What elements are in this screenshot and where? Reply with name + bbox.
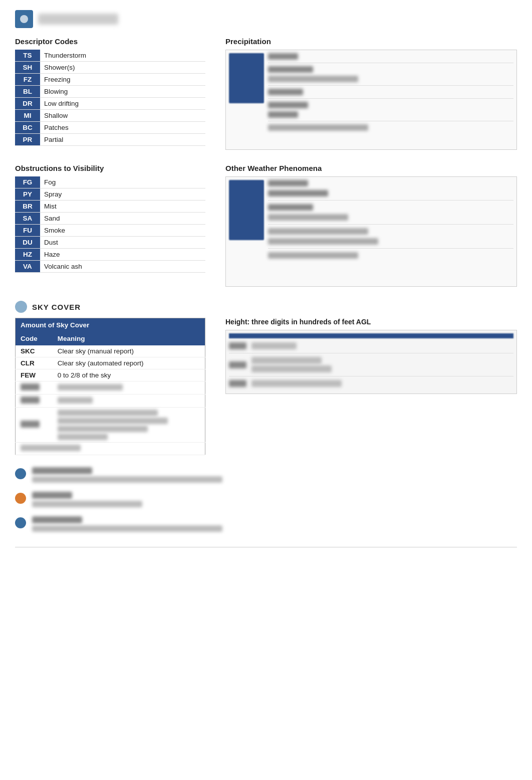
meaning-cell: Volcanic ash <box>40 261 205 273</box>
sky-cover-right: Height: three digits in hundreds of feet… <box>225 318 517 455</box>
note-title-blurred-2 <box>32 492 72 499</box>
table-row: PY Spray <box>15 188 205 201</box>
code-cell: PY <box>15 188 40 201</box>
header <box>15 10 517 28</box>
height-content <box>225 330 517 394</box>
descriptor-codes-title: Descriptor Codes <box>15 37 205 46</box>
code-cell: HZ <box>15 249 40 261</box>
meaning-cell: Freezing <box>40 74 205 86</box>
sky-table-header-row: Amount of Sky Cover <box>16 318 205 332</box>
sky-code-cell-blurred <box>16 381 53 395</box>
note-text-3 <box>32 516 222 532</box>
other-weather-content <box>225 176 517 287</box>
sky-cover-table: Amount of Sky Cover Code Meaning SKC Cle… <box>15 318 205 455</box>
sky-meaning-cell: Clear sky (automated report) <box>53 357 205 369</box>
obstructions-section: Obstructions to Visibility FG Fog PY Spr… <box>15 164 205 287</box>
code-cell: SA <box>15 213 40 225</box>
note-item-3 <box>15 516 517 532</box>
code-cell: FG <box>15 176 40 188</box>
sky-cover-content: Amount of Sky Cover Code Meaning SKC Cle… <box>15 318 517 455</box>
note-item-1 <box>15 467 517 483</box>
table-row-blurred <box>16 443 205 455</box>
meaning-cell: Fog <box>40 176 205 188</box>
sky-meaning-cell-blurred <box>53 408 205 443</box>
code-cell: DU <box>15 237 40 249</box>
table-row: DR Low drifting <box>15 98 205 110</box>
descriptor-codes-section: Descriptor Codes TS Thunderstorm SH Show… <box>15 37 205 150</box>
meaning-cell: Partial <box>40 134 205 146</box>
meaning-cell: Shallow <box>40 110 205 122</box>
meaning-cell: Low drifting <box>40 98 205 110</box>
note-body-blurred <box>32 476 222 483</box>
code-cell: TS <box>15 50 40 62</box>
footer-divider <box>15 547 517 547</box>
table-row: BC Patches <box>15 122 205 134</box>
note-text-1 <box>32 467 222 483</box>
bottom-notes <box>15 467 517 532</box>
row-descriptor-precipitation: Descriptor Codes TS Thunderstorm SH Show… <box>15 37 517 150</box>
table-row-blurred <box>16 381 205 395</box>
meaning-cell: Shower(s) <box>40 62 205 74</box>
table-row-blurred <box>16 408 205 443</box>
sky-cover-title: SKY COVER <box>32 303 81 311</box>
precipitation-title: Precipitation <box>225 37 517 46</box>
meaning-cell: Patches <box>40 122 205 134</box>
table-row: BR Mist <box>15 201 205 213</box>
code-cell: BC <box>15 122 40 134</box>
note-icon-blue <box>15 468 26 479</box>
sky-cover-left: Amount of Sky Cover Code Meaning SKC Cle… <box>15 318 205 455</box>
meaning-cell: Smoke <box>40 225 205 237</box>
sky-meaning-cell-blurred <box>53 381 205 395</box>
app-title <box>38 14 118 25</box>
obstructions-table: FG Fog PY Spray BR Mist SA Sand FU Smo <box>15 176 205 273</box>
code-cell: VA <box>15 261 40 273</box>
meaning-cell: Sand <box>40 213 205 225</box>
meaning-cell: Blowing <box>40 86 205 98</box>
height-row <box>229 341 513 350</box>
sky-meaning-cell: Clear sky (manual report) <box>53 345 205 357</box>
svg-point-0 <box>20 15 28 23</box>
sky-code-cell: SKC <box>16 345 53 357</box>
descriptor-codes-table: TS Thunderstorm SH Shower(s) FZ Freezing… <box>15 50 205 146</box>
sky-table-subheader-row: Code Meaning <box>16 332 205 345</box>
table-row: SA Sand <box>15 213 205 225</box>
note-title-blurred-3 <box>32 516 82 523</box>
code-cell: FU <box>15 225 40 237</box>
code-cell: FZ <box>15 74 40 86</box>
col-code-header: Code <box>16 332 53 345</box>
other-weather-section: Other Weather Phenomena <box>225 164 517 287</box>
row-obstructions-other: Obstructions to Visibility FG Fog PY Spr… <box>15 164 517 287</box>
app-icon <box>15 10 33 28</box>
sky-cover-header: SKY COVER <box>15 301 517 313</box>
sky-meaning-cell: 0 to 2/8 of the sky <box>53 369 205 381</box>
height-section-title: Height: three digits in hundreds of feet… <box>225 318 517 326</box>
precipitation-content <box>225 50 517 150</box>
table-row: BL Blowing <box>15 86 205 98</box>
sky-cover-section: SKY COVER Amount of Sky Cover Code Meani… <box>15 301 517 455</box>
code-cell: PR <box>15 134 40 146</box>
table-row: SH Shower(s) <box>15 62 205 74</box>
code-cell: BR <box>15 201 40 213</box>
height-row <box>229 379 513 388</box>
table-row: FU Smoke <box>15 225 205 237</box>
note-icon-blue-2 <box>15 517 26 528</box>
note-item-2 <box>15 492 517 507</box>
sky-cover-icon <box>15 301 27 313</box>
sky-code-cell: CLR <box>16 357 53 369</box>
table-row: VA Volcanic ash <box>15 261 205 273</box>
table-row: PR Partial <box>15 134 205 146</box>
table-row: FG Fog <box>15 176 205 188</box>
meaning-cell: Dust <box>40 237 205 249</box>
meaning-cell: Haze <box>40 249 205 261</box>
note-icon-orange <box>15 493 26 504</box>
table-row: TS Thunderstorm <box>15 50 205 62</box>
code-cell: DR <box>15 98 40 110</box>
obstructions-title: Obstructions to Visibility <box>15 164 205 172</box>
table-row: CLR Clear sky (automated report) <box>16 357 205 369</box>
code-cell: BL <box>15 86 40 98</box>
note-body-blurred-3 <box>32 525 222 532</box>
table-row-blurred <box>16 395 205 408</box>
table-row: MI Shallow <box>15 110 205 122</box>
precipitation-section: Precipitation <box>225 37 517 150</box>
table-row: FZ Freezing <box>15 74 205 86</box>
